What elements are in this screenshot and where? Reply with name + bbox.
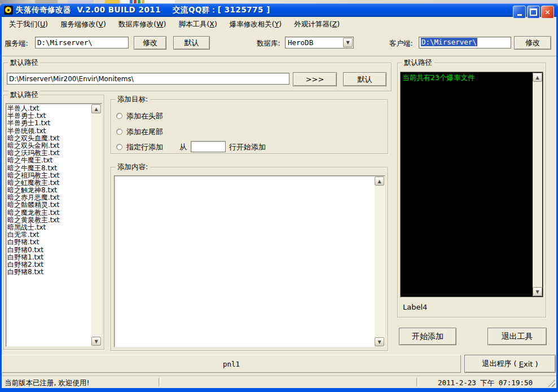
list-item[interactable]: 暗之牛魔王.txt — [7, 157, 91, 164]
chevron-down-icon[interactable]: ▼ — [343, 38, 353, 47]
list-item[interactable]: 暗之祖玛教主.txt — [7, 172, 91, 179]
database-value: HeroDB — [288, 38, 313, 47]
content-scrollbar[interactable]: ▲ ▼ — [375, 177, 384, 346]
line-start-label: 行开始添加 — [229, 142, 266, 152]
group-legend: 默认路径 — [402, 58, 434, 68]
add-content-textarea[interactable]: ▲ ▼ — [114, 175, 385, 347]
app-icon — [4, 6, 13, 15]
radio-add-head-label[interactable]: 添加在头部 — [126, 111, 163, 121]
add-content-value — [116, 177, 374, 346]
exit-program-button[interactable]: 退出程序 ( Exit ) — [464, 355, 556, 373]
list-item[interactable]: 半兽勇士1.txt — [7, 120, 91, 127]
path-default-button[interactable]: 默认 — [343, 72, 386, 86]
menu-item-appearance-calc[interactable]: 外观计算器(Z) — [288, 18, 346, 31]
status-separator — [159, 378, 161, 386]
divider — [2, 56, 556, 57]
exit-tool-button[interactable]: 退出工具 — [487, 328, 547, 345]
menu-item-about[interactable]: 关于我们(U) — [3, 18, 54, 31]
client-path-input[interactable]: D:\Mirserver\ — [419, 37, 511, 49]
client-label: 客户端: — [389, 39, 413, 49]
list-item[interactable]: 白野猪.txt — [7, 239, 91, 246]
browse-button[interactable]: >>> — [293, 72, 337, 86]
list-item[interactable]: 白野猪0.txt — [7, 246, 91, 254]
arrow-up-icon[interactable]: ▲ — [91, 104, 101, 113]
menu-item-script-tools[interactable]: 脚本工具(X) — [172, 18, 223, 31]
bottom-panel: pnl1 — [2, 355, 461, 373]
list-item[interactable]: 暗之牛魔王8.txt — [7, 165, 91, 172]
arrow-up-icon[interactable]: ▲ — [533, 73, 542, 82]
server-default-button[interactable]: 默认 — [173, 36, 210, 50]
radio-add-line[interactable] — [116, 144, 122, 150]
app-window: 失落传奇修改器 V.2.00 BUILD 2011 交流QQ群：[ 312577… — [0, 0, 558, 392]
list-item[interactable]: 白野猪8.txt — [7, 268, 91, 276]
title-bar[interactable]: 失落传奇修改器 V.2.00 BUILD 2011 交流QQ群：[ 312577… — [0, 3, 558, 17]
radio-add-tail[interactable] — [116, 129, 122, 135]
line-number-input[interactable] — [191, 141, 226, 152]
radio-add-tail-label[interactable]: 添加在尾部 — [126, 127, 163, 137]
panel-label: pnl1 — [223, 360, 240, 368]
console-scrollbar[interactable]: ▲ ▼ — [533, 73, 542, 296]
arrow-down-icon[interactable]: ▼ — [91, 337, 101, 346]
menu-item-server-edit[interactable]: 服务端修改(V) — [54, 18, 112, 31]
menu-item-droprate[interactable]: 爆率修改相关(Y) — [223, 18, 288, 31]
list-item[interactable]: 白野猪1.txt — [7, 254, 91, 261]
menu-item-database-edit[interactable]: 数据库修改(W) — [112, 18, 173, 31]
radio-add-head[interactable] — [116, 113, 122, 119]
arrow-down-icon[interactable]: ▼ — [533, 287, 542, 296]
from-label: 从 — [179, 142, 187, 152]
start-add-button[interactable]: 开始添加 — [399, 328, 456, 345]
arrow-down-icon[interactable]: ▼ — [375, 337, 384, 346]
file-list-scrollbar[interactable]: ▲ ▼ — [91, 104, 101, 346]
status-datetime: 2011-2-23 下午 07:19:50 — [419, 378, 552, 388]
window-title: 失落传奇修改器 V.2.00 BUILD 2011 交流QQ群：[ 312577… — [16, 5, 270, 15]
group-legend: 添加目标: — [116, 95, 150, 104]
server-path-input[interactable] — [35, 37, 129, 49]
arrow-up-icon[interactable]: ▲ — [375, 177, 384, 186]
file-listbox[interactable]: 半兽人.txt半兽勇士.txt半兽勇士1.txt半兽统领.txt暗之双头血魔.t… — [6, 103, 102, 347]
database-select[interactable]: HeroDB ▼ — [285, 37, 354, 49]
server-label: 服务端: — [5, 39, 28, 49]
selected-text: D:\Mirserver\ — [421, 38, 477, 46]
console-message: 当前共有23个爆率文件 — [402, 73, 474, 82]
monitems-path-input[interactable] — [7, 73, 289, 85]
list-item[interactable]: 暗之骷髅精灵.txt — [7, 201, 91, 209]
label4: Label4 — [403, 303, 427, 311]
group-legend: 默认路径 — [8, 90, 40, 100]
group-legend: 添加内容: — [116, 162, 150, 172]
client-modify-button[interactable]: 修改 — [514, 36, 551, 50]
list-item[interactable]: 暗之双头血魔.txt — [7, 135, 91, 142]
file-list: 半兽人.txt半兽勇士.txt半兽勇士1.txt半兽统领.txt暗之双头血魔.t… — [7, 105, 91, 345]
radio-add-line-label[interactable]: 指定行添加 — [126, 142, 163, 152]
result-console[interactable]: 当前共有23个爆率文件 ▲ ▼ — [400, 72, 543, 297]
status-bar: 当前版本已注册, 欢迎使用! 2011-2-23 下午 07:19:50 — [2, 376, 556, 388]
database-label: 数据库: — [257, 39, 280, 49]
group-legend: 默认路径 — [8, 58, 40, 68]
status-message: 当前版本已注册, 欢迎使用! — [5, 378, 89, 388]
list-item[interactable]: 暗之魔龙教主.txt — [7, 209, 91, 217]
server-modify-button[interactable]: 修改 — [134, 36, 166, 50]
menu-bar: 关于我们(U) 服务端修改(V) 数据库修改(W) 脚本工具(X) 爆率修改相关… — [2, 17, 556, 32]
list-item[interactable]: 半兽统领.txt — [7, 127, 91, 135]
